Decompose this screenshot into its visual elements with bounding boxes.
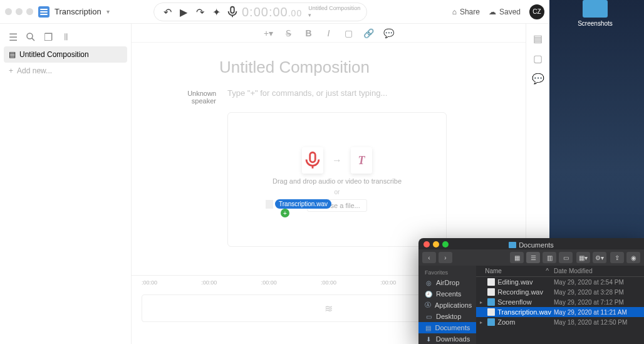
link-icon[interactable]: 🔗 bbox=[363, 28, 375, 38]
file-row[interactable]: Recording.wavMay 29, 2020 at 3:28 PM bbox=[476, 287, 644, 297]
file-icon bbox=[266, 200, 273, 209]
chevron-down-icon[interactable]: ▾ bbox=[106, 8, 110, 15]
timecode: 0:00:00.00 bbox=[242, 5, 302, 19]
list-view-button[interactable]: ☰ bbox=[526, 252, 540, 263]
page-icon: ▤ bbox=[9, 50, 16, 59]
undo-button[interactable]: ↶ bbox=[160, 5, 174, 19]
action-button[interactable]: ⚙▾ bbox=[593, 252, 606, 263]
file-row[interactable]: ▸ZoomMay 18, 2020 at 12:50 PM bbox=[476, 317, 644, 327]
finder-titlebar[interactable]: Documents bbox=[418, 238, 644, 249]
finder-toolbar: ‹ › ▦ ☰ ▥ ▭ ▦▾ ⚙▾ ⇪ ◉ bbox=[418, 249, 644, 266]
sidebar-add-new[interactable]: + Add new... bbox=[4, 63, 127, 79]
sidebar-applications[interactable]: ⒶApplications bbox=[418, 300, 476, 311]
project-title[interactable]: Transcription bbox=[55, 7, 101, 16]
share-icon: ⌂ bbox=[452, 8, 457, 16]
arrow-right-icon: → bbox=[332, 155, 342, 166]
window-traffic-lights[interactable] bbox=[5, 8, 33, 15]
disclosure-icon[interactable]: ▸ bbox=[480, 320, 485, 325]
now-playing-label[interactable]: Untitled Composition ▾ bbox=[308, 5, 360, 19]
finder-window[interactable]: Documents ‹ › ▦ ☰ ▥ ▭ ▦▾ ⚙▾ ⇪ ◉ Favorite… bbox=[418, 238, 644, 344]
forward-button[interactable]: › bbox=[439, 252, 452, 263]
saved-indicator: ☁ Saved bbox=[489, 8, 521, 16]
minimize-button[interactable] bbox=[433, 241, 439, 248]
folder-icon bbox=[487, 298, 495, 306]
downloads-icon: ⬇ bbox=[425, 335, 432, 343]
zoom-button[interactable] bbox=[442, 241, 449, 248]
layers-icon: ≋ bbox=[325, 303, 333, 315]
file-row[interactable]: Transcription.wavMay 29, 2020 at 11:21 A… bbox=[476, 307, 644, 317]
airdrop-icon: ◎ bbox=[425, 279, 432, 286]
sidebar-documents[interactable]: ▤Documents bbox=[418, 322, 476, 333]
dropzone[interactable]: → T Drag and drop audio or video to tran… bbox=[227, 112, 447, 247]
dropzone-icons: → T bbox=[302, 147, 372, 174]
sidebar-recents[interactable]: 🕘Recents bbox=[418, 288, 476, 300]
dragged-file-label: Transcription.wav bbox=[275, 199, 331, 209]
image-icon[interactable]: ▢ bbox=[532, 53, 544, 64]
desktop-folder-screenshots[interactable]: Screenshots bbox=[576, 0, 614, 27]
play-button[interactable]: ▶ bbox=[177, 5, 190, 19]
redo-button[interactable]: ↷ bbox=[193, 5, 207, 19]
text-file-icon: T bbox=[351, 147, 372, 174]
folder-icon bbox=[487, 318, 495, 326]
column-headers[interactable]: Name ^ Date Modified bbox=[476, 266, 644, 277]
drag-plus-badge: + bbox=[281, 209, 289, 217]
clipboard-icon[interactable]: ❐ bbox=[43, 31, 54, 43]
tags-button[interactable]: ◉ bbox=[626, 252, 640, 263]
user-avatar[interactable]: CZ bbox=[529, 4, 544, 19]
cloud-icon: ☁ bbox=[489, 8, 496, 16]
composition-title[interactable]: Untitled Composition bbox=[219, 58, 494, 77]
clock-icon: 🕘 bbox=[425, 290, 432, 298]
svg-point-1 bbox=[27, 33, 33, 39]
share-button[interactable]: ⇪ bbox=[610, 252, 624, 263]
file-icon bbox=[487, 308, 495, 316]
strike-button[interactable]: S̶ bbox=[283, 28, 294, 38]
close-dot[interactable] bbox=[5, 8, 12, 15]
max-dot[interactable] bbox=[26, 8, 33, 15]
svg-rect-0 bbox=[231, 7, 234, 13]
comment-icon[interactable]: 💬 bbox=[532, 73, 544, 84]
close-button[interactable] bbox=[423, 241, 430, 248]
editor-placeholder[interactable]: Type "+" for commands, or just start typ… bbox=[227, 88, 494, 98]
comment-icon[interactable]: 💬 bbox=[383, 28, 395, 38]
folder-icon bbox=[583, 0, 608, 18]
mic-icon[interactable] bbox=[226, 5, 239, 19]
dragged-file[interactable]: Transcription.wav + bbox=[266, 199, 331, 209]
format-toolbar: +▾ S̶ B I ▢ 🔗 💬 bbox=[132, 24, 526, 43]
sparkle-icon[interactable]: ✦ bbox=[209, 5, 223, 19]
speaker-label[interactable]: Unknown speaker bbox=[163, 88, 216, 105]
file-row[interactable]: Editing.wavMay 29, 2020 at 2:54 PM bbox=[476, 277, 644, 287]
page-icon[interactable]: ▤ bbox=[532, 33, 544, 44]
group-button[interactable]: ▦▾ bbox=[576, 252, 590, 263]
italic-button[interactable]: I bbox=[323, 28, 335, 38]
search-icon[interactable] bbox=[25, 31, 36, 43]
bold-button[interactable]: B bbox=[303, 28, 314, 38]
icon-view-button[interactable]: ▦ bbox=[510, 252, 524, 263]
documents-icon: ▤ bbox=[425, 324, 432, 331]
hamburger-icon[interactable]: ☰ bbox=[8, 31, 19, 43]
waveform-icon[interactable]: ⦀ bbox=[60, 31, 71, 43]
column-view-button[interactable]: ▥ bbox=[543, 252, 556, 263]
share-button[interactable]: ⌂ Share bbox=[452, 8, 480, 16]
sidebar-desktop[interactable]: ▭Desktop bbox=[418, 311, 476, 322]
min-dot[interactable] bbox=[16, 8, 23, 15]
audio-file-icon bbox=[302, 147, 323, 174]
file-icon bbox=[487, 288, 495, 296]
date-column[interactable]: Date Modified bbox=[554, 268, 640, 274]
finder-sidebar: Favorites ◎AirDrop 🕘Recents ⒶApplication… bbox=[418, 266, 476, 344]
insert-button[interactable]: +▾ bbox=[263, 28, 274, 38]
image-button[interactable]: ▢ bbox=[343, 28, 355, 38]
finder-file-list: Name ^ Date Modified Editing.wavMay 29, … bbox=[476, 266, 644, 344]
chevron-down-icon: ▾ bbox=[308, 12, 360, 19]
sidebar-airdrop[interactable]: ◎AirDrop bbox=[418, 277, 476, 288]
name-column[interactable]: Name bbox=[485, 268, 546, 274]
sidebar-downloads[interactable]: ⬇Downloads bbox=[418, 333, 476, 344]
favorites-header: Favorites bbox=[418, 268, 476, 277]
disclosure-icon[interactable]: ▸ bbox=[480, 300, 485, 305]
file-row[interactable]: ▸ScreenflowMay 29, 2020 at 7:12 PM bbox=[476, 297, 644, 307]
sidebar-item-composition[interactable]: ▤ Untitled Composition bbox=[4, 46, 127, 63]
plus-icon: + bbox=[9, 66, 13, 75]
svg-rect-2 bbox=[310, 152, 316, 162]
gallery-view-button[interactable]: ▭ bbox=[559, 252, 573, 263]
back-button[interactable]: ‹ bbox=[422, 252, 436, 263]
app-titlebar: Transcription ▾ ↶ ▶ ↷ ✦ 0:00:00.00 Untit… bbox=[0, 0, 549, 24]
